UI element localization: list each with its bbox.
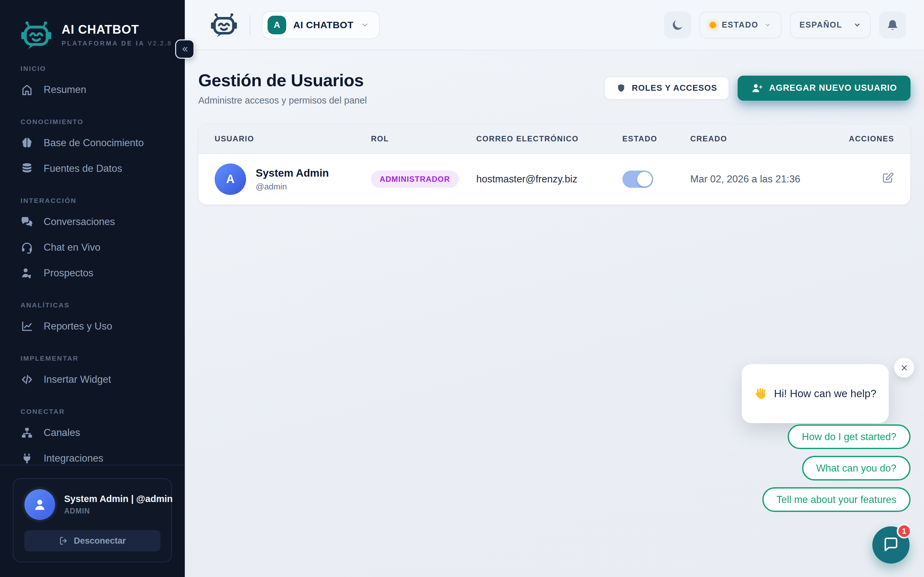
column-header-acciones: ACCIONES xyxy=(843,134,894,143)
add-user-button[interactable]: AGREGAR NUEVO USUARIO xyxy=(738,76,911,101)
moon-icon xyxy=(671,19,684,31)
sidebar-item-reportes-y-uso[interactable]: Reportes y Uso xyxy=(11,314,174,339)
row-user-name: System Admin xyxy=(256,167,329,179)
sidebar-nav: INICIOResumenCONOCIMIENTOBase de Conocim… xyxy=(0,55,185,465)
sidebar-item-insertar-widget[interactable]: Insertar Widget xyxy=(11,367,174,392)
status-toggle[interactable] xyxy=(622,171,653,188)
logout-button[interactable]: Desconectar xyxy=(24,530,160,551)
chat-greeting-text: Hi! How can we help? xyxy=(774,388,876,400)
page-content: Gestión de Usuarios Administre accesos y… xyxy=(185,50,924,205)
roles-access-button[interactable]: ROLES Y ACCESOS xyxy=(604,77,729,100)
sidebar-item-label: Prospectos xyxy=(44,268,94,279)
sidebar-footer: System Admin | @admin ADMIN Desconectar xyxy=(0,465,185,577)
chart-line-icon xyxy=(21,320,33,333)
headset-icon xyxy=(21,241,33,254)
robot-logo-icon xyxy=(20,19,53,51)
sidebar-item-base-de-conocimiento[interactable]: Base de Conocimiento xyxy=(11,130,174,156)
notifications-button[interactable] xyxy=(879,11,906,39)
chat-bubbles-icon xyxy=(21,215,33,228)
workspace-selector[interactable]: A AI CHATBOT xyxy=(262,11,380,39)
status-dot xyxy=(710,22,716,28)
sidebar-item-label: Integraciones xyxy=(44,453,103,464)
sidebar-section-interaccion: INTERACCIÓNConversacionesChat en VivoPro… xyxy=(11,197,174,286)
language-select[interactable]: ESPAÑOL xyxy=(790,11,871,39)
code-icon xyxy=(21,373,33,386)
dark-mode-toggle[interactable] xyxy=(664,11,691,39)
sitemap-icon xyxy=(21,426,33,439)
sidebar-section-implementar: IMPLEMENTARInsertar Widget xyxy=(11,355,174,392)
toggle-knob xyxy=(637,172,652,187)
row-user-handle: @admin xyxy=(256,182,329,192)
bell-icon xyxy=(886,19,899,31)
user-name: System Admin | @admin xyxy=(64,494,173,504)
wave-emoji-icon xyxy=(754,387,767,400)
sidebar-section-label: ANALÍTICAS xyxy=(11,301,174,309)
chat-close-button[interactable] xyxy=(894,358,914,378)
sidebar-section-conectar: CONECTARCanalesIntegracionesTareas de Si… xyxy=(11,408,174,465)
column-header-rol: ROL xyxy=(371,134,476,143)
chevron-down-icon xyxy=(360,21,369,29)
sidebar-section-conocimiento: CONOCIMIENTOBase de ConocimientoFuentes … xyxy=(11,118,174,181)
brand-title: AI CHATBOT xyxy=(61,23,172,37)
page-title: Gestión de Usuarios xyxy=(198,70,367,90)
brain-icon xyxy=(21,137,33,149)
shield-icon xyxy=(616,83,626,93)
workspace-label: AI CHATBOT xyxy=(293,19,354,31)
sidebar-item-chat-en-vivo[interactable]: Chat en Vivo xyxy=(11,235,174,260)
edit-icon xyxy=(881,171,894,184)
sidebar-item-label: Conversaciones xyxy=(44,216,115,227)
edit-user-button[interactable] xyxy=(881,171,894,187)
user-role: ADMIN xyxy=(64,507,173,516)
sidebar-item-prospectos[interactable]: Prospectos xyxy=(11,260,174,286)
sidebar-section-inicio: INICIOResumen xyxy=(11,65,174,103)
status-dropdown[interactable]: ESTADO xyxy=(699,11,782,39)
user-tag-icon xyxy=(21,267,33,279)
close-icon xyxy=(900,364,909,372)
users-table: USUARIO ROL CORREO ELECTRÓNICO ESTADO CR… xyxy=(198,124,911,205)
sidebar-item-label: Chat en Vivo xyxy=(44,242,100,253)
user-icon xyxy=(32,497,47,512)
logout-icon xyxy=(59,536,68,545)
unread-badge: 1 xyxy=(897,524,911,538)
sidebar-item-conversaciones[interactable]: Conversaciones xyxy=(11,209,174,235)
row-avatar: A xyxy=(215,163,246,195)
column-header-creado: CREADO xyxy=(690,134,843,143)
sidebar-section-analiticas: ANALÍTICASReportes y Uso xyxy=(11,301,174,339)
sidebar-item-resumen[interactable]: Resumen xyxy=(11,77,174,103)
sidebar-section-label: CONOCIMIENTO xyxy=(11,118,174,126)
sidebar-section-label: IMPLEMENTAR xyxy=(11,355,174,362)
chevrons-left-icon xyxy=(181,45,189,53)
chat-quick-replies: How do I get started?What can you do?Tel… xyxy=(762,424,911,512)
chat-greeting-bubble: Hi! How can we help? xyxy=(742,364,889,423)
sidebar-item-label: Resumen xyxy=(44,84,86,95)
chat-launcher-button[interactable]: 1 xyxy=(872,526,909,564)
sidebar-section-label: CONECTAR xyxy=(11,408,174,416)
sidebar-item-label: Insertar Widget xyxy=(44,374,111,385)
sidebar: AI CHATBOT PLATAFORMA DE IA V2.2.8 INICI… xyxy=(0,0,185,577)
sidebar-item-label: Fuentes de Datos xyxy=(44,163,122,174)
chevron-down-icon xyxy=(764,21,771,29)
quick-reply-how-do-i-get-started[interactable]: How do I get started? xyxy=(788,424,911,449)
chevron-down-icon xyxy=(853,21,861,29)
plug-icon xyxy=(21,452,33,465)
sidebar-collapse-button[interactable] xyxy=(175,39,194,59)
sidebar-item-fuentes-de-datos[interactable]: Fuentes de Datos xyxy=(11,156,174,181)
column-header-usuario: USUARIO xyxy=(215,134,371,143)
sidebar-item-canales[interactable]: Canales xyxy=(11,420,174,446)
sidebar-item-label: Canales xyxy=(44,427,80,438)
quick-reply-tell-me-about-your-features[interactable]: Tell me about your features xyxy=(762,487,911,512)
top-header: A AI CHATBOT ESTADO ESPAÑOL xyxy=(185,0,924,50)
row-created-date: Mar 02, 2026 a las 21:36 xyxy=(690,173,843,185)
chat-bubble-icon xyxy=(882,536,900,554)
sidebar-item-integraciones[interactable]: Integraciones xyxy=(11,446,174,465)
brand-subtitle: PLATAFORMA DE IA V2.2.8 xyxy=(61,40,172,47)
table-row: A System Admin @admin ADMINISTRADOR host… xyxy=(199,154,910,205)
brand-version: V2.2.8 xyxy=(148,40,172,47)
avatar xyxy=(24,489,55,520)
column-header-correo: CORREO ELECTRÓNICO xyxy=(476,134,622,143)
workspace-avatar: A xyxy=(268,16,286,34)
sidebar-logo: AI CHATBOT PLATAFORMA DE IA V2.2.8 xyxy=(0,0,185,55)
user-card: System Admin | @admin ADMIN Desconectar xyxy=(13,478,172,562)
quick-reply-what-can-you-do[interactable]: What can you do? xyxy=(802,456,911,480)
role-badge: ADMINISTRADOR xyxy=(371,171,459,188)
